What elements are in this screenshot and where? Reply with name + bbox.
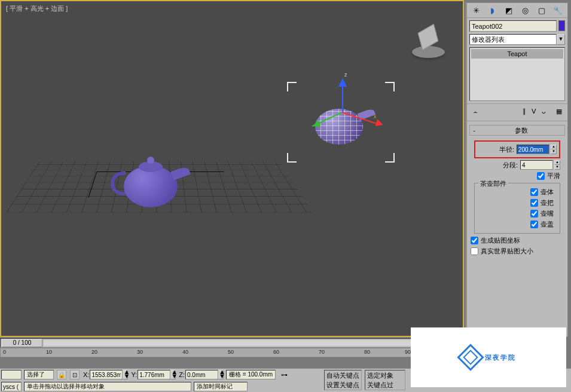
rollout-title: 参数 (478, 126, 564, 135)
z-coord-input[interactable] (185, 370, 218, 379)
timeline: 0 / 100 ▸ 0 10 20 30 40 50 60 70 80 90 (0, 338, 464, 357)
tick-label: 60 (273, 349, 279, 355)
watermark-overlay: 深夜学院 (411, 327, 566, 387)
modifier-list-dropdown[interactable] (469, 34, 557, 45)
gen-mapping-checkbox[interactable] (471, 237, 478, 244)
viewport-label[interactable]: [ 平滑 + 高光 + 边面 ] (6, 4, 68, 13)
modifier-stack[interactable]: Teapot (469, 47, 565, 101)
x-spinner[interactable]: ▲▼ (123, 370, 128, 379)
tick-label: 50 (228, 349, 234, 355)
command-panel: ✳ ◗ ◩ ◎ ▢ 🔧 ▼ Teapot ⫠ ∥ ꓦ ᴗ ▦ - 参数 半径: … (466, 2, 568, 337)
object-name-field[interactable] (469, 20, 557, 32)
key-filter-group: 选定对象 关键点过 (365, 370, 405, 390)
script-mini-input[interactable] (1, 370, 22, 379)
tick-label: 40 (182, 349, 188, 355)
part-handle-label: 壶把 (541, 198, 554, 207)
highlight-annotation: 半径: ▲▼ (474, 140, 560, 158)
teapot-parts-group: 茶壶部件 壶体 壶把 壶嘴 壶盖 (474, 183, 560, 234)
part-body-checkbox[interactable] (530, 188, 538, 196)
part-spout-checkbox[interactable] (530, 210, 538, 218)
radius-spinner[interactable]: ▲▼ (551, 145, 557, 154)
tick-label: 20 (91, 349, 97, 355)
smooth-label: 平滑 (547, 172, 560, 180)
time-ruler[interactable]: 0 10 20 30 40 50 60 70 80 90 (0, 348, 464, 357)
real-world-label: 真实世界贴图大小 (481, 247, 533, 256)
segments-label: 分段: (503, 161, 518, 170)
smooth-checkbox[interactable] (537, 172, 545, 180)
selected-object-label: 选定对象 (367, 371, 403, 380)
selection-center-icon[interactable]: ⊡ (70, 370, 80, 379)
script-listener-input[interactable] (1, 382, 22, 391)
stack-toolbar: ⫠ ∥ ꓦ ᴗ ▦ (467, 103, 567, 121)
rollout-toggle-icon[interactable]: - (470, 127, 478, 134)
modify-tab-icon[interactable]: ◗ (487, 5, 498, 16)
set-key-button[interactable]: 设置关键点 (326, 381, 359, 390)
command-panel-tabs: ✳ ◗ ◩ ◎ ▢ 🔧 (467, 3, 567, 18)
group-title: 茶壶部件 (478, 179, 508, 188)
tick-label: 80 (364, 349, 370, 355)
teapot-object-1[interactable] (109, 151, 193, 216)
watermark-text: 深夜学院 (485, 353, 516, 362)
part-spout-label: 壶嘴 (541, 209, 554, 218)
z-spinner[interactable]: ▲▼ (218, 370, 224, 379)
pin-stack-icon[interactable]: ⫠ (471, 108, 480, 117)
prompt-text: 单击并拖动以选择并移动对象 (24, 382, 191, 391)
viewport-perspective[interactable]: [ 平滑 + 高光 + 边面 ] z x (0, 0, 464, 337)
part-handle-checkbox[interactable] (530, 199, 538, 207)
tick-label: 10 (46, 349, 52, 355)
auto-key-button[interactable]: 自动关键点 (326, 371, 359, 380)
object-color-swatch[interactable] (558, 20, 565, 31)
frame-slider-handle[interactable]: 0 / 100 (2, 339, 42, 347)
radius-input[interactable] (517, 145, 549, 154)
move-gizmo[interactable]: z x (333, 85, 387, 139)
stack-item-teapot[interactable]: Teapot (471, 49, 563, 59)
x-label: X: (83, 371, 89, 378)
gen-mapping-label: 生成贴图坐标 (481, 236, 520, 245)
create-tab-icon[interactable]: ✳ (471, 5, 482, 16)
frame-slider-track[interactable] (44, 340, 454, 346)
utilities-tab-icon[interactable]: 🔧 (552, 5, 563, 16)
segments-spinner[interactable]: ▲▼ (554, 160, 560, 170)
part-lid-checkbox[interactable] (530, 220, 538, 228)
y-coord-input[interactable] (138, 370, 170, 379)
hierarchy-tab-icon[interactable]: ◩ (503, 5, 514, 16)
rollout-parameters-header[interactable]: - 参数 (469, 125, 565, 136)
real-world-checkbox[interactable] (471, 247, 478, 255)
tick-label: 70 (319, 349, 325, 355)
z-label: Z: (179, 371, 185, 378)
add-time-marker-button[interactable]: 添加时间标记 (194, 382, 248, 391)
part-lid-label: 壶盖 (541, 220, 554, 229)
key-filters-button[interactable]: 关键点过 (367, 381, 403, 390)
rollout-parameters-body: 半径: ▲▼ 分段: ▲▼ 平滑 茶壶部件 壶体 壶把 壶嘴 壶盖 生成贴图坐标… (467, 137, 567, 260)
frame-slider[interactable]: 0 / 100 ▸ (0, 338, 464, 348)
watermark-logo-icon (457, 344, 484, 370)
tick-label: 90 (405, 349, 411, 355)
configure-sets-icon[interactable]: ▦ (554, 108, 564, 117)
y-spinner[interactable]: ▲▼ (170, 370, 176, 379)
segments-input[interactable] (520, 160, 553, 170)
tick-label: 30 (137, 349, 143, 355)
key-mode-group: 自动关键点 设置关键点 (324, 370, 362, 390)
selection-count: 选择了 (24, 370, 54, 379)
key-mode-icon[interactable]: ⊶ (278, 371, 290, 379)
make-unique-icon[interactable]: ꓦ (529, 108, 539, 117)
grid-spacing: 栅格 = 100.0mm (226, 370, 276, 379)
radius-label: 半径: (499, 145, 514, 154)
tick-label: 0 (3, 349, 6, 355)
remove-modifier-icon[interactable]: ᴗ (539, 108, 548, 117)
motion-tab-icon[interactable]: ◎ (520, 5, 531, 16)
y-label: Y: (131, 371, 137, 378)
x-coord-input[interactable] (90, 370, 123, 379)
lock-selection-icon[interactable]: 🔒 (57, 370, 66, 379)
display-tab-icon[interactable]: ▢ (536, 5, 547, 16)
show-end-result-icon[interactable]: ∥ (520, 108, 529, 117)
viewcube[interactable] (412, 25, 445, 58)
dropdown-arrow-icon[interactable]: ▼ (557, 34, 565, 45)
part-body-label: 壶体 (541, 188, 554, 197)
